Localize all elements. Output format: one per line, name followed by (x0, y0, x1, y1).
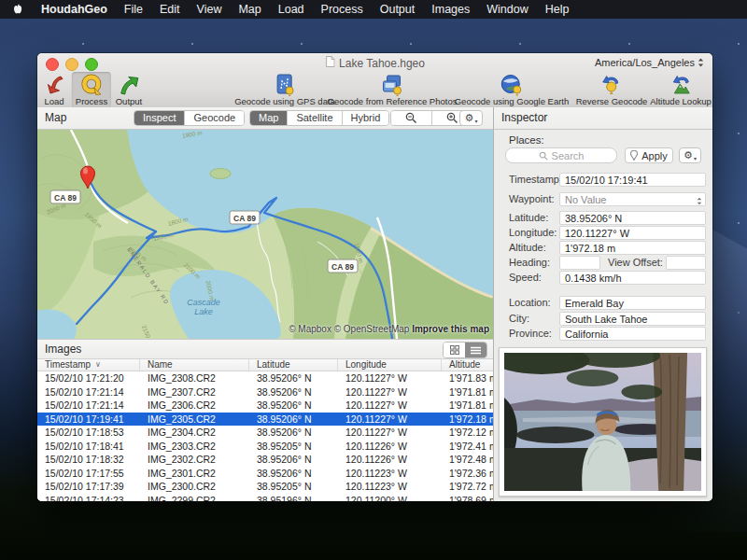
table-cell: IMG_2304.CR2 (140, 426, 249, 440)
table-cell: IMG_2303.CR2 (140, 440, 249, 454)
apple-menu-icon[interactable] (11, 3, 23, 17)
table-cell: 15/02/10 17:21:20 (37, 371, 140, 385)
timestamp-field[interactable]: 15/02/10 17:19:41 (559, 173, 706, 187)
table-cell: 120.11227° W (338, 426, 442, 440)
map-view[interactable]: EMERALD BAY RD CA 89 CA 89 CA 89 Cascade… (37, 130, 493, 339)
gear-icon: ⚙ (465, 112, 474, 124)
table-row[interactable]: 15/02/10 17:18:41IMG_2303.CR238.95205° N… (37, 440, 493, 454)
title-bar[interactable]: Lake Tahoe.hgeo America/Los_Angeles (37, 53, 712, 74)
geocode-gps-button[interactable]: Geocode using GPS data (234, 74, 335, 106)
improve-map-link[interactable]: Improve this map (412, 324, 489, 334)
reverse-geocode-button[interactable]: Reverse Geocode (576, 74, 648, 106)
table-row[interactable]: 15/02/10 17:18:32IMG_2302.CR238.95206° N… (37, 453, 493, 467)
search-placeholder: Search (552, 150, 585, 161)
houdahgeo-window: Lake Tahoe.hgeo America/Los_Angeles Load (37, 53, 712, 501)
geocode-google-earth-button[interactable]: Geocode using Google Earth (455, 74, 570, 106)
svg-text:CA 89: CA 89 (54, 193, 77, 203)
tab-map-layer[interactable]: Map (250, 111, 288, 125)
layer-segmented-control: Map Satellite Hybrid (249, 110, 389, 126)
map-pane-header: Map Inspect Geocode Map Satellite Hybrid (37, 107, 493, 130)
menu-item-file[interactable]: File (116, 3, 151, 16)
menu-item-window[interactable]: Window (478, 3, 536, 16)
province-field[interactable]: California (559, 327, 706, 341)
minimize-window-button[interactable] (65, 58, 78, 71)
places-search-input[interactable]: Search (505, 147, 617, 163)
timezone-selector[interactable]: America/Los_Angeles (595, 57, 704, 68)
reverse-geocode-icon (599, 74, 624, 96)
menu-item-view[interactable]: View (189, 3, 231, 16)
table-cell: 120.11223° W (338, 467, 442, 481)
table-row[interactable]: 15/02/10 17:21:14IMG_2307.CR238.95206° N… (37, 385, 493, 399)
fannette-island (210, 169, 231, 179)
menu-item-help[interactable]: Help (537, 3, 578, 16)
column-header-longitude[interactable]: Longitude (338, 359, 442, 371)
stepper-arrows-icon (698, 58, 704, 67)
table-cell: 1'972.12 m (442, 426, 493, 440)
images-table: 15/02/10 17:21:20IMG_2308.CR238.95206° N… (37, 371, 493, 501)
geocode-reference-button[interactable]: Geocode from Reference Photos (328, 74, 458, 106)
table-cell: 1'972.48 m (442, 453, 493, 467)
waypoint-select[interactable]: No Value (559, 192, 706, 206)
tab-geocode[interactable]: Geocode (185, 111, 244, 125)
route-shield: CA 89 (230, 211, 260, 224)
heading-field[interactable] (559, 256, 600, 270)
view-offset-field[interactable] (666, 256, 706, 270)
table-cell: IMG_2305.CR2 (140, 413, 249, 427)
location-field[interactable]: Emerald Bay (559, 296, 706, 310)
table-cell: 38.95206° N (249, 453, 338, 467)
apply-button[interactable]: Apply (625, 147, 673, 163)
zoom-window-button[interactable] (85, 58, 98, 71)
list-view-button[interactable] (465, 343, 486, 357)
menu-item-map[interactable]: Map (230, 3, 269, 16)
table-row[interactable]: 15/02/10 17:21:14IMG_2306.CR238.95206° N… (37, 399, 493, 413)
grid-view-button[interactable] (444, 343, 465, 357)
province-label: Province: (509, 328, 552, 339)
table-row[interactable]: 15/02/10 17:21:20IMG_2308.CR238.95206° N… (37, 371, 493, 385)
table-cell: 120.11223° W (338, 480, 442, 494)
speed-field[interactable]: 0.1438 km/h (559, 271, 706, 285)
column-header-timestamp[interactable]: Timestamp∨ (37, 359, 140, 371)
places-action-button[interactable]: ⚙▾ (679, 147, 701, 163)
close-window-button[interactable] (46, 58, 59, 71)
load-button[interactable]: Load (43, 74, 65, 106)
menu-item-load[interactable]: Load (270, 3, 313, 16)
table-cell: 120.11227° W (338, 371, 442, 385)
city-field[interactable]: South Lake Tahoe (559, 312, 706, 326)
zoom-out-button[interactable] (391, 111, 432, 125)
tab-satellite-layer[interactable]: Satellite (288, 111, 342, 125)
map-action-button[interactable]: ⚙▾ (459, 110, 483, 126)
latitude-field[interactable]: 38.95206° N (559, 211, 706, 225)
table-row[interactable]: 15/02/10 17:18:53IMG_2304.CR238.95206° N… (37, 426, 493, 440)
tab-hybrid-layer[interactable]: Hybrid (343, 111, 389, 125)
pin-icon (630, 150, 638, 161)
menu-item-output[interactable]: Output (372, 3, 424, 16)
table-row[interactable]: 15/02/10 17:17:55IMG_2301.CR238.95206° N… (37, 467, 493, 481)
table-cell: 120.11227° W (338, 385, 442, 399)
output-button[interactable]: Output (116, 74, 143, 106)
menu-item-houdahgeo[interactable]: HoudahGeo (33, 3, 116, 16)
menu-item-images[interactable]: Images (423, 3, 478, 16)
longitude-field[interactable]: 120.11227° W (559, 226, 706, 240)
altitude-field[interactable]: 1'972.18 m (559, 241, 706, 255)
table-row[interactable]: 15/02/10 17:14:23IMG_2299.CR238.95196° N… (37, 494, 493, 502)
column-header-altitude[interactable]: Altitude (442, 359, 493, 371)
gear-icon: ⚙ (684, 149, 693, 161)
column-header-latitude[interactable]: Latitude (249, 359, 338, 371)
gps-track-icon (273, 74, 297, 96)
map-attribution: © Mapbox © OpenStreetMap Improve this ma… (289, 324, 489, 334)
load-icon (43, 74, 65, 96)
tab-inspect[interactable]: Inspect (134, 111, 185, 125)
table-cell: 1'972.18 m (442, 413, 493, 427)
table-cell: 1'972.41 m (442, 440, 493, 454)
menu-item-edit[interactable]: Edit (151, 3, 189, 16)
grid-icon (450, 345, 459, 355)
table-row[interactable]: 15/02/10 17:19:41IMG_2305.CR238.95206° N… (37, 413, 493, 427)
map-canvas[interactable]: EMERALD BAY RD CA 89 CA 89 CA 89 Cascade… (37, 130, 493, 339)
table-row[interactable]: 15/02/10 17:17:39IMG_2300.CR238.95205° N… (37, 480, 493, 494)
apply-label: Apply (641, 150, 668, 161)
column-header-name[interactable]: Name (140, 359, 249, 371)
altitude-lookup-button[interactable]: Altitude Lookup (650, 74, 712, 106)
process-button[interactable]: Process (76, 74, 107, 106)
table-cell: 38.95206° N (249, 385, 338, 399)
menu-item-process[interactable]: Process (313, 3, 372, 16)
